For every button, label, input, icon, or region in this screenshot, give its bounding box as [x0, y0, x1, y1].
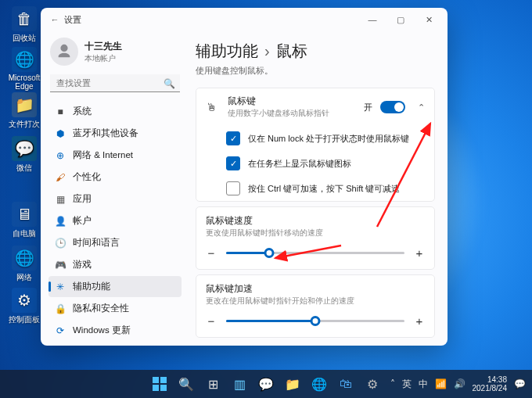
back-button[interactable]: ← [45, 15, 64, 24]
sidebar-item-8[interactable]: ✳辅助功能 [49, 276, 182, 297]
sidebar-item-4[interactable]: ▦应用 [49, 188, 182, 210]
speed-thumb[interactable] [264, 248, 274, 258]
check-label: 按住 Ctrl 键可加速，按下 Shift 键可减速 [248, 183, 400, 195]
mouse-keys-title: 鼠标键 [228, 95, 356, 107]
nav-label: Windows 更新 [73, 324, 131, 336]
accel-plus[interactable]: + [414, 314, 425, 328]
speed-slider[interactable]: − + [206, 246, 425, 260]
maximize-button[interactable]: ▢ [386, 8, 415, 31]
desktop-icon[interactable]: 📁文件打次 [6, 92, 42, 130]
breadcrumb-parent[interactable]: 辅助功能 [196, 42, 258, 59]
accel-thumb[interactable] [311, 316, 321, 326]
toggle-state: 开 [364, 102, 372, 113]
accel-sub: 更改在使用鼠标键时指针开始和停止的速度 [206, 296, 425, 307]
nav-label: 应用 [73, 193, 92, 205]
sidebar-item-1[interactable]: ⬢蓝牙和其他设备 [49, 123, 182, 144]
user-block[interactable]: 十三先生 本地帐户 [50, 38, 182, 66]
mouse-keys-check-0[interactable]: ✓仅在 Num lock 处于打开状态时使用鼠标键 [196, 126, 434, 151]
start-button[interactable] [148, 372, 171, 396]
nav-icon: ⊕ [55, 150, 66, 161]
nav-icon: ✳ [55, 281, 66, 292]
mouse-keys-sub: 使用数字小键盘移动鼠标指针 [228, 108, 356, 119]
svg-rect-4 [153, 385, 159, 391]
sidebar: 十三先生 本地帐户 🔍 ■系统⬢蓝牙和其他设备⊕网络 & Internet🖌个性… [41, 31, 186, 346]
sidebar-item-5[interactable]: 👤帐户 [49, 210, 182, 231]
desktop-icon[interactable]: ⚙控制面板 [6, 288, 42, 325]
mouse-keys-check-2[interactable]: 按住 Ctrl 键可加速，按下 Shift 键可减速 [196, 176, 434, 201]
sidebar-item-2[interactable]: ⊕网络 & Internet [49, 145, 182, 166]
ime-mode[interactable]: 中 [419, 378, 428, 391]
nav-label: 游戏 [73, 259, 92, 271]
sidebar-item-3[interactable]: 🖌个性化 [49, 167, 182, 188]
nav-icon: ⬢ [55, 128, 66, 139]
mouse-keys-check-1[interactable]: ✓在任务栏上显示鼠标键图标 [196, 151, 434, 176]
nav-label: 隐私和安全性 [73, 303, 129, 314]
app-edge[interactable]: 🌐 [307, 372, 331, 396]
mouse-keys-row[interactable]: 🖱 鼠标键 使用数字小键盘移动鼠标指针 开 ⌃ [196, 88, 434, 126]
search-button[interactable]: 🔍 [174, 372, 198, 396]
checkbox[interactable]: ✓ [226, 131, 240, 145]
nav-icon: ▦ [55, 194, 66, 205]
minimize-button[interactable]: ― [358, 8, 386, 31]
chevron-up-icon[interactable]: ⌃ [418, 102, 425, 113]
taskbar: 🔍 ⊞ ▥ 💬 📁 🌐 🛍 ⚙ ˄ 英 中 📶 🔊 14:38 2021/8/2… [0, 370, 532, 398]
nav-label: 蓝牙和其他设备 [73, 127, 138, 139]
tray-chevron-icon[interactable]: ˄ [390, 378, 395, 389]
close-button[interactable]: ✕ [415, 8, 443, 31]
clock-time: 14:38 [473, 375, 508, 385]
system-tray[interactable]: ˄ 英 中 📶 🔊 14:38 2021/8/24 💬 [390, 375, 533, 393]
sidebar-item-9[interactable]: 🔒隐私和安全性 [49, 298, 182, 319]
sidebar-item-10[interactable]: ⟳Windows 更新 [49, 320, 182, 341]
nav-icon: 🔒 [55, 303, 66, 314]
accel-minus[interactable]: − [206, 314, 217, 328]
window-title: 设置 [64, 14, 81, 26]
search-icon: 🔍 [164, 78, 175, 89]
speed-sub: 更改使用鼠标键时指针移动的速度 [206, 228, 425, 238]
app-explorer[interactable]: 📁 [281, 372, 304, 396]
nav-icon: 👤 [55, 216, 66, 227]
page-subtitle: 使用键盘控制鼠标。 [196, 65, 435, 77]
mouse-keys-toggle[interactable] [380, 101, 405, 113]
app-chat[interactable]: 💬 [254, 372, 278, 396]
speed-track[interactable] [226, 252, 404, 254]
desktop-icon[interactable]: 🗑回收站 [6, 6, 42, 44]
clock[interactable]: 14:38 2021/8/24 [473, 375, 508, 393]
search-box[interactable]: 🔍 [50, 74, 180, 92]
ime-lang[interactable]: 英 [402, 378, 412, 391]
notifications-icon[interactable]: 💬 [514, 378, 526, 389]
nav-icon: 🕒 [55, 238, 66, 249]
checkbox[interactable] [226, 181, 240, 195]
volume-icon[interactable]: 🔊 [454, 378, 466, 389]
accel-track[interactable] [226, 320, 404, 322]
desktop-icon[interactable]: 💬微信 [6, 136, 42, 174]
nav-icon: ■ [55, 106, 66, 117]
checkbox[interactable]: ✓ [226, 156, 240, 170]
sidebar-item-0[interactable]: ■系统 [49, 101, 182, 122]
speed-minus[interactable]: − [206, 246, 217, 260]
mouse-icon: 🖱 [206, 101, 220, 113]
wifi-icon[interactable]: 📶 [435, 378, 447, 389]
check-label: 仅在 Num lock 处于打开状态时使用鼠标键 [248, 133, 409, 145]
accel-slider[interactable]: − + [206, 314, 425, 328]
check-label: 在任务栏上显示鼠标键图标 [248, 158, 351, 170]
breadcrumb-current: 鼠标 [276, 42, 307, 59]
svg-rect-3 [160, 377, 167, 383]
app-settings[interactable]: ⚙ [361, 372, 384, 396]
search-input[interactable] [50, 74, 180, 92]
desktop-icon[interactable]: 🌐网络 [6, 246, 42, 283]
mouse-keys-card: 🖱 鼠标键 使用数字小键盘移动鼠标指针 开 ⌃ ✓仅在 Num lock 处于打… [196, 88, 435, 202]
app-store[interactable]: 🛍 [334, 372, 358, 396]
widgets-button[interactable]: ▥ [228, 372, 251, 396]
settings-window: ← 设置 ― ▢ ✕ 十三先生 本地帐户 [41, 8, 448, 346]
svg-rect-2 [153, 377, 159, 383]
user-sub: 本地帐户 [84, 53, 122, 64]
speed-plus[interactable]: + [414, 246, 425, 260]
desktop-icon[interactable]: 🌐Microsoft Edge [6, 47, 42, 91]
sidebar-item-6[interactable]: 🕒时间和语言 [49, 232, 182, 253]
user-name: 十三先生 [84, 40, 122, 53]
speed-title: 鼠标键速度 [206, 215, 425, 227]
taskview-button[interactable]: ⊞ [201, 372, 225, 396]
sidebar-item-7[interactable]: 🎮游戏 [49, 254, 182, 275]
desktop-icon[interactable]: 🖥自电脑 [6, 202, 42, 239]
nav-label: 系统 [73, 106, 92, 117]
